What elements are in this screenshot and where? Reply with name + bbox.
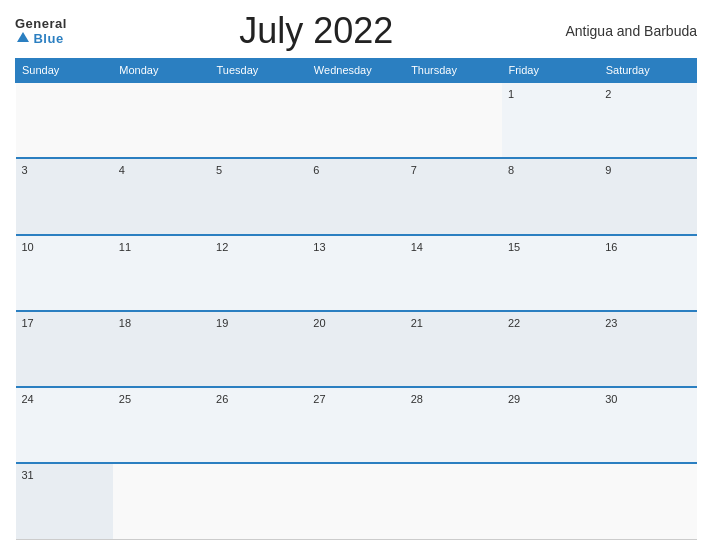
day-number: 28 (411, 393, 423, 405)
day-number: 4 (119, 164, 125, 176)
week-row-0: 12 (16, 82, 697, 158)
calendar-cell: 19 (210, 311, 307, 387)
day-number: 18 (119, 317, 131, 329)
week-row-5: 31 (16, 463, 697, 539)
day-number: 24 (22, 393, 34, 405)
day-number: 11 (119, 241, 131, 253)
calendar-cell: 23 (599, 311, 696, 387)
weekday-header-monday: Monday (113, 59, 210, 83)
calendar-cell: 1 (502, 82, 599, 158)
calendar-table: SundayMondayTuesdayWednesdayThursdayFrid… (15, 58, 697, 540)
calendar-cell: 31 (16, 463, 113, 539)
day-number: 12 (216, 241, 228, 253)
calendar-cell (210, 82, 307, 158)
calendar-cell: 12 (210, 235, 307, 311)
logo-triangle-icon (17, 32, 29, 42)
calendar-cell (502, 463, 599, 539)
week-row-1: 3456789 (16, 158, 697, 234)
weekday-header-tuesday: Tuesday (210, 59, 307, 83)
day-number: 10 (22, 241, 34, 253)
day-number: 31 (22, 469, 34, 481)
day-number: 19 (216, 317, 228, 329)
day-number: 8 (508, 164, 514, 176)
calendar-cell: 4 (113, 158, 210, 234)
day-number: 1 (508, 88, 514, 100)
day-number: 5 (216, 164, 222, 176)
day-number: 27 (313, 393, 325, 405)
calendar-cell: 15 (502, 235, 599, 311)
calendar-cell (307, 82, 404, 158)
weekday-row: SundayMondayTuesdayWednesdayThursdayFrid… (16, 59, 697, 83)
day-number: 15 (508, 241, 520, 253)
calendar-cell: 8 (502, 158, 599, 234)
day-number: 14 (411, 241, 423, 253)
day-number: 23 (605, 317, 617, 329)
week-row-2: 10111213141516 (16, 235, 697, 311)
calendar-cell: 28 (405, 387, 502, 463)
calendar-cell (405, 82, 502, 158)
calendar-header-row: SundayMondayTuesdayWednesdayThursdayFrid… (16, 59, 697, 83)
calendar-cell: 29 (502, 387, 599, 463)
calendar-cell: 21 (405, 311, 502, 387)
weekday-header-friday: Friday (502, 59, 599, 83)
calendar-cell (16, 82, 113, 158)
calendar-cell: 10 (16, 235, 113, 311)
weekday-header-thursday: Thursday (405, 59, 502, 83)
calendar-cell: 22 (502, 311, 599, 387)
day-number: 25 (119, 393, 131, 405)
calendar-cell (599, 463, 696, 539)
calendar-cell (405, 463, 502, 539)
logo: General Blue (15, 17, 67, 46)
country-label: Antigua and Barbuda (565, 23, 697, 39)
day-number: 17 (22, 317, 34, 329)
calendar-cell: 26 (210, 387, 307, 463)
day-number: 21 (411, 317, 423, 329)
day-number: 6 (313, 164, 319, 176)
logo-blue-row: Blue (15, 30, 64, 46)
day-number: 3 (22, 164, 28, 176)
calendar-cell: 13 (307, 235, 404, 311)
calendar-cell: 18 (113, 311, 210, 387)
calendar-cell: 20 (307, 311, 404, 387)
weekday-header-saturday: Saturday (599, 59, 696, 83)
week-row-4: 24252627282930 (16, 387, 697, 463)
weekday-header-wednesday: Wednesday (307, 59, 404, 83)
calendar-header: General Blue July 2022 Antigua and Barbu… (15, 10, 697, 52)
calendar-cell: 24 (16, 387, 113, 463)
day-number: 7 (411, 164, 417, 176)
day-number: 9 (605, 164, 611, 176)
calendar-cell: 6 (307, 158, 404, 234)
day-number: 16 (605, 241, 617, 253)
calendar-body: 1234567891011121314151617181920212223242… (16, 82, 697, 540)
calendar-cell (210, 463, 307, 539)
day-number: 2 (605, 88, 611, 100)
calendar-cell: 7 (405, 158, 502, 234)
calendar-cell: 16 (599, 235, 696, 311)
calendar-cell (307, 463, 404, 539)
day-number: 29 (508, 393, 520, 405)
day-number: 22 (508, 317, 520, 329)
calendar-cell: 3 (16, 158, 113, 234)
day-number: 26 (216, 393, 228, 405)
calendar-cell: 25 (113, 387, 210, 463)
weekday-header-sunday: Sunday (16, 59, 113, 83)
calendar-cell: 2 (599, 82, 696, 158)
logo-general-text: General (15, 17, 67, 30)
week-row-3: 17181920212223 (16, 311, 697, 387)
calendar-cell (113, 82, 210, 158)
logo-blue-text: Blue (33, 31, 63, 46)
day-number: 30 (605, 393, 617, 405)
calendar-cell: 5 (210, 158, 307, 234)
calendar-cell: 14 (405, 235, 502, 311)
calendar-cell: 11 (113, 235, 210, 311)
calendar-title: July 2022 (239, 10, 393, 52)
calendar-cell (113, 463, 210, 539)
day-number: 13 (313, 241, 325, 253)
calendar-cell: 17 (16, 311, 113, 387)
day-number: 20 (313, 317, 325, 329)
calendar-cell: 9 (599, 158, 696, 234)
calendar-cell: 27 (307, 387, 404, 463)
calendar-cell: 30 (599, 387, 696, 463)
